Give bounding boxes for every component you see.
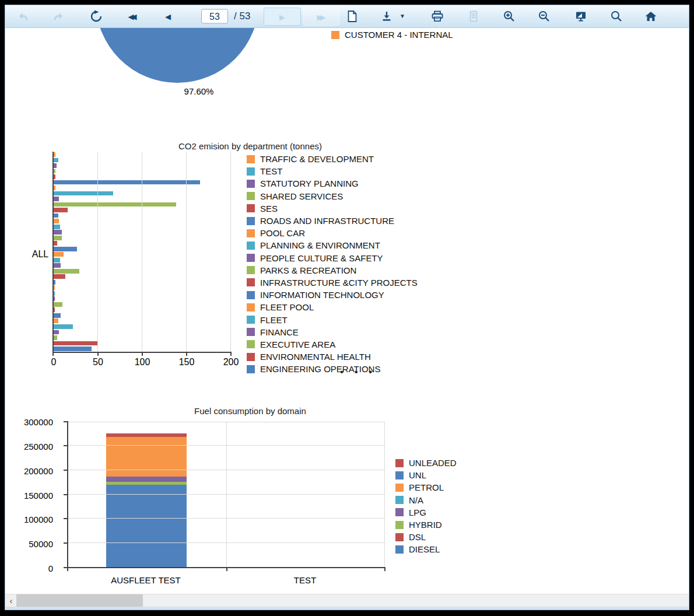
fuel-gridline <box>68 445 385 446</box>
fuel-gridline <box>68 542 385 543</box>
zoom-in-button[interactable] <box>503 10 516 23</box>
fuel-gridline-vertical <box>384 422 385 567</box>
legend-item: FLEET POOL <box>247 301 418 313</box>
zoom-out-icon <box>538 10 551 23</box>
monitor-icon <box>574 10 587 22</box>
print-button[interactable] <box>431 10 444 23</box>
download-icon <box>381 10 392 22</box>
co2-x-tick-label: 0 <box>36 357 71 368</box>
legend-label: PLANNING & ENVIRONMENT <box>260 240 380 250</box>
legend-item: UNLEADED <box>395 457 457 469</box>
co2-bar-green <box>54 269 79 274</box>
co2-x-tick-label: 50 <box>80 357 115 368</box>
fuel-x-tick <box>226 567 227 571</box>
home-icon <box>645 10 657 22</box>
history-back-button[interactable] <box>17 11 30 22</box>
co2-gridline <box>230 152 231 352</box>
download-button[interactable] <box>381 10 392 22</box>
copy-icon <box>469 10 478 22</box>
co2-gridline <box>186 152 187 352</box>
fuel-category-label-2: TEST <box>247 575 363 585</box>
fuel-y-tick <box>64 445 68 446</box>
legend-swatch-teal <box>247 242 255 250</box>
legend-item: LPG <box>395 506 457 519</box>
download-options-caret[interactable]: ▼ <box>399 13 405 19</box>
legend-swatch-purple <box>247 254 255 262</box>
legend-item: SES <box>247 202 418 215</box>
fuel-gridline <box>68 422 385 422</box>
co2-bar-purple <box>54 296 55 301</box>
legend-label: SHARED SERVICES <box>260 191 343 201</box>
legend-swatch-orange <box>331 31 339 39</box>
co2-bar-teal <box>54 324 73 329</box>
pie-slice-blue <box>96 28 259 83</box>
legend-item: TRAFFIC & DEVELOPMENT <box>247 153 418 165</box>
legend-item: DSL <box>395 531 457 543</box>
legend-item: PEOPLE CULTURE & SAFETY <box>247 252 418 264</box>
co2-legend-ellipsis[interactable]: • • • <box>340 366 376 378</box>
legend-label: DSL <box>409 532 426 542</box>
copy-button-disabled <box>469 10 478 22</box>
legend-item: FLEET <box>247 313 418 326</box>
co2-bar-purple <box>54 163 57 168</box>
legend-label: INFORMATION TECHNOLOGY <box>260 290 384 300</box>
fuel-y-tick-label: 150000 <box>5 491 53 501</box>
co2-bar-teal <box>54 258 60 262</box>
co2-bar-purple <box>54 197 59 201</box>
co2-bar-teal <box>54 225 60 229</box>
next-page-icon: ▶ <box>279 13 285 20</box>
legend-swatch-green <box>247 192 255 200</box>
scroll-left-button[interactable]: ‹ <box>5 594 17 607</box>
prev-page-button[interactable]: ◀ <box>165 13 171 20</box>
legend-item: SHARED SERVICES <box>247 190 418 202</box>
legend-swatch-blue <box>247 365 255 373</box>
legend-label: ENVIRONMENTAL HEALTH <box>260 352 371 362</box>
presentation-mode-button[interactable] <box>574 10 587 22</box>
search-button[interactable] <box>611 10 623 23</box>
page-number-input[interactable] <box>201 9 228 24</box>
legend-swatch-orange <box>247 229 255 237</box>
co2-bar-red <box>54 341 98 346</box>
first-page-button[interactable]: ◀◀ <box>128 13 137 20</box>
legend-item: INFRASTRUCTURE &CITY PROJECTS <box>247 276 418 289</box>
legend-label: TEST <box>260 166 282 176</box>
co2-bar-red <box>54 241 57 246</box>
fuel-segment-unleaded <box>106 433 187 438</box>
co2-x-tick <box>142 352 143 356</box>
legend-label: ROADS AND INFRASTRUCTURE <box>260 216 394 226</box>
last-page-button[interactable]: ▶▶ <box>303 8 339 26</box>
legend-swatch-blue <box>395 471 404 480</box>
fuel-y-tick <box>64 494 68 495</box>
co2-x-tick <box>97 352 99 356</box>
scrollbar-thumb[interactable] <box>16 594 143 607</box>
legend-swatch-red <box>395 459 404 467</box>
zoom-out-button[interactable] <box>538 10 551 23</box>
viewer-toolbar: ◀◀ ◀ / 53 ▶ ▶▶ <box>5 5 689 28</box>
co2-gridline <box>142 152 142 352</box>
legend-swatch-green <box>247 340 255 348</box>
fuel-segment-lpg <box>106 477 187 481</box>
legend-label: N/A <box>409 495 423 505</box>
fuel-gridline-vertical <box>226 422 227 567</box>
legend-swatch-purple <box>395 508 404 516</box>
home-button[interactable] <box>645 10 657 22</box>
co2-legend: TRAFFIC & DEVELOPMENTTESTSTATUTORY PLANN… <box>247 153 418 375</box>
legend-item: PARKS & RECREATION <box>247 264 418 276</box>
co2-bar-orange <box>54 318 58 323</box>
legend-item: UNL <box>395 469 457 481</box>
fuel-x-tick <box>384 567 385 571</box>
co2-bar-purple <box>54 330 59 335</box>
co2-bar-green <box>54 236 62 240</box>
new-document-button[interactable] <box>348 10 357 23</box>
legend-swatch-orange <box>247 303 255 312</box>
legend-label: UNLEADED <box>409 458 457 468</box>
next-page-button[interactable]: ▶ <box>264 8 301 26</box>
history-forward-button[interactable] <box>52 11 65 22</box>
co2-bar-red <box>54 174 55 179</box>
legend-label: INFRASTRUCTURE &CITY PROJECTS <box>260 278 418 288</box>
report-page: 97.60% CUSTOMER 4 - INTERNAL CO2 emision… <box>5 28 689 594</box>
legend-swatch-red <box>247 204 255 212</box>
refresh-button[interactable] <box>90 10 103 23</box>
fuel-chart-plot-area <box>67 422 385 568</box>
horizontal-scrollbar[interactable]: ‹ <box>5 594 689 607</box>
